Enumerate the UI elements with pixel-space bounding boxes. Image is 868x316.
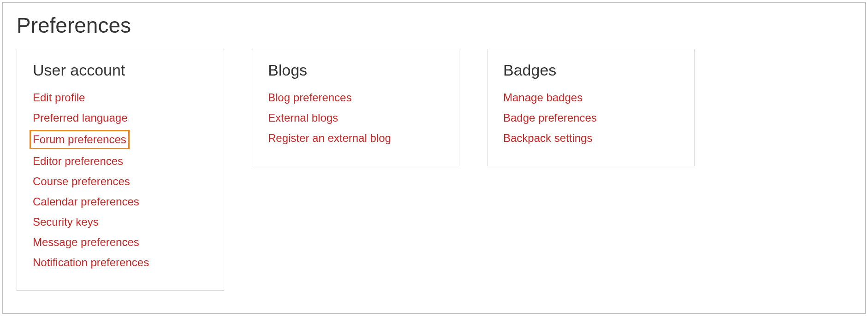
list-item: Edit profile	[33, 89, 208, 106]
user-account-section: User account Edit profile Preferred lang…	[17, 49, 224, 291]
badge-preferences-link[interactable]: Badge preferences	[503, 110, 597, 126]
notification-preferences-link[interactable]: Notification preferences	[33, 254, 149, 271]
editor-preferences-link[interactable]: Editor preferences	[33, 153, 123, 170]
register-external-blog-link[interactable]: Register an external blog	[268, 130, 391, 146]
backpack-settings-link[interactable]: Backpack settings	[503, 130, 592, 146]
list-item: Preferred language	[33, 110, 208, 126]
user-account-links: Edit profile Preferred language Forum pr…	[33, 89, 208, 271]
forum-preferences-link[interactable]: Forum preferences	[30, 130, 130, 149]
list-item: Notification preferences	[33, 254, 208, 271]
list-item: Calendar preferences	[33, 193, 208, 210]
badges-section: Badges Manage badges Badge preferences B…	[487, 49, 695, 166]
manage-badges-link[interactable]: Manage badges	[503, 89, 583, 106]
page-title: Preferences	[17, 13, 851, 38]
blogs-section: Blogs Blog preferences External blogs Re…	[252, 49, 459, 166]
blog-preferences-link[interactable]: Blog preferences	[268, 89, 351, 106]
badges-links: Manage badges Badge preferences Backpack…	[503, 89, 678, 146]
security-keys-link[interactable]: Security keys	[33, 214, 99, 230]
external-blogs-link[interactable]: External blogs	[268, 110, 338, 126]
section-title-badges: Badges	[503, 61, 678, 79]
course-preferences-link[interactable]: Course preferences	[33, 173, 130, 190]
preference-sections: User account Edit profile Preferred lang…	[17, 49, 851, 291]
list-item: Manage badges	[503, 89, 678, 106]
section-title-user-account: User account	[33, 61, 208, 79]
list-item: External blogs	[268, 110, 443, 126]
preferred-language-link[interactable]: Preferred language	[33, 110, 127, 126]
list-item: Backpack settings	[503, 130, 678, 146]
message-preferences-link[interactable]: Message preferences	[33, 234, 139, 251]
list-item: Security keys	[33, 214, 208, 230]
list-item: Message preferences	[33, 234, 208, 251]
list-item: Course preferences	[33, 173, 208, 190]
edit-profile-link[interactable]: Edit profile	[33, 89, 85, 106]
list-item: Badge preferences	[503, 110, 678, 126]
section-title-blogs: Blogs	[268, 61, 443, 79]
list-item: Blog preferences	[268, 89, 443, 106]
calendar-preferences-link[interactable]: Calendar preferences	[33, 193, 139, 210]
list-item: Editor preferences	[33, 153, 208, 170]
blogs-links: Blog preferences External blogs Register…	[268, 89, 443, 146]
preferences-page: Preferences User account Edit profile Pr…	[2, 2, 866, 314]
list-item: Register an external blog	[268, 130, 443, 146]
list-item: Forum preferences	[33, 130, 208, 149]
